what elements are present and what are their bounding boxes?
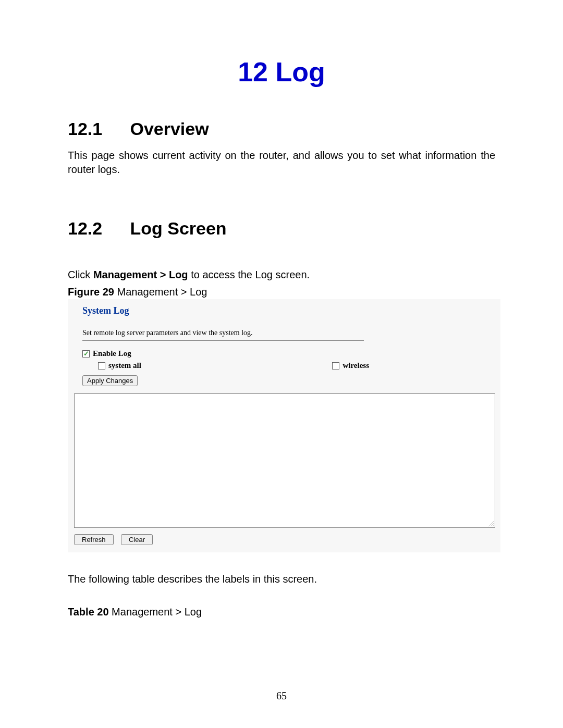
- log-textarea[interactable]: [74, 393, 495, 528]
- system-all-checkbox[interactable]: [98, 362, 105, 369]
- enable-log-checkbox[interactable]: ✓: [82, 350, 90, 357]
- svg-line-2: [493, 525, 494, 526]
- refresh-button[interactable]: Refresh: [74, 534, 114, 545]
- section-number: 12.1: [68, 119, 125, 139]
- figure-caption: Figure 29 Management > Log: [68, 286, 495, 298]
- instruction-suffix: to access the Log screen.: [188, 269, 310, 280]
- chapter-name: Log: [276, 57, 325, 87]
- wireless-checkbox[interactable]: [332, 362, 339, 369]
- log-options-row: system all wireless: [82, 361, 369, 370]
- chapter-number: 12: [238, 57, 268, 87]
- check-icon: ✓: [83, 350, 89, 357]
- overview-body: This page shows current activity on the …: [68, 149, 495, 177]
- figure-text: Management > Log: [114, 286, 207, 298]
- table-label: Table 20: [68, 606, 109, 618]
- page-number: 65: [0, 690, 563, 702]
- figure-label: Figure 29: [68, 286, 114, 298]
- instruction-prefix: Click: [68, 269, 93, 280]
- divider: [82, 340, 364, 341]
- table-caption: Table 20 Management > Log: [68, 606, 495, 618]
- document-page: 12 Log 12.1 Overview This page shows cur…: [0, 0, 563, 728]
- enable-log-label: Enable Log: [93, 349, 131, 358]
- instruction-text: Click Management > Log to access the Log…: [68, 269, 495, 281]
- apply-row: Apply Changes: [82, 375, 495, 386]
- wireless-label: wireless: [342, 361, 369, 370]
- system-log-description: Set remote log server parameters and vie…: [82, 329, 495, 337]
- section-title: Log Screen: [130, 218, 226, 238]
- table-text: Management > Log: [109, 606, 202, 618]
- system-all-label: system all: [108, 361, 141, 370]
- resize-grip-icon: [488, 521, 494, 526]
- section-number: 12.2: [68, 218, 125, 239]
- enable-log-row: ✓ Enable Log: [82, 349, 495, 358]
- apply-changes-button[interactable]: Apply Changes: [82, 375, 138, 386]
- after-figure-text: The following table describes the labels…: [68, 573, 495, 585]
- section-heading-overview: 12.1 Overview: [68, 119, 495, 139]
- system-log-title: System Log: [82, 304, 495, 316]
- chapter-title: 12 Log: [68, 56, 495, 88]
- log-buttons-row: Refresh Clear: [74, 534, 495, 545]
- clear-button[interactable]: Clear: [121, 534, 153, 545]
- section-heading-logscreen: 12.2 Log Screen: [68, 218, 495, 239]
- instruction-bold: Management > Log: [93, 269, 188, 280]
- embedded-screenshot: System Log Set remote log server paramet…: [68, 299, 500, 552]
- section-title: Overview: [130, 119, 209, 139]
